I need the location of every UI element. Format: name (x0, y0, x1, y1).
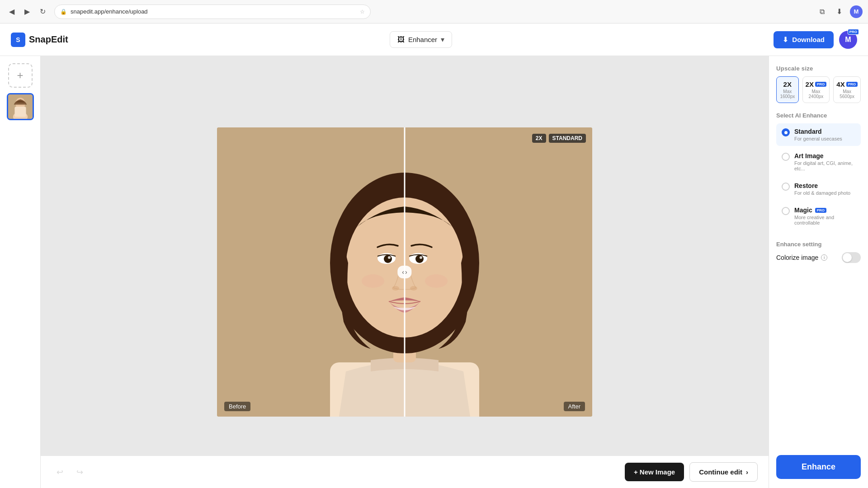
header-right: ⬇ Download M PRO (774, 31, 857, 49)
enhance-option-art[interactable]: Art Image For digital art, CGI, anime, e… (776, 148, 861, 176)
upscale-2x-pro-sub: Max 2400px (806, 89, 827, 99)
upscale-2x-pro[interactable]: 2X PRO Max 2400px (802, 76, 830, 103)
svg-point-18 (362, 274, 384, 288)
enhance-option-standard[interactable]: Standard For general usecases (776, 123, 861, 146)
download-icon: ⬇ (783, 36, 788, 44)
redo-icon: ↪ (76, 467, 83, 477)
back-button[interactable]: ◀ (5, 5, 18, 18)
upscale-2x-label: 2X (779, 80, 796, 88)
colorize-row: Colorize image i (776, 252, 861, 263)
svg-point-17 (410, 286, 417, 291)
thumbnail-image (8, 94, 33, 119)
browser-chrome: ◀ ▶ ↻ 🔒 snapedit.app/enhance/upload ☆ ⧉ … (0, 0, 868, 23)
left-sidebar: + (0, 56, 41, 488)
radio-standard (782, 128, 790, 136)
svg-point-12 (384, 255, 392, 263)
enhance-btn-wrapper: Enhance (776, 446, 861, 479)
upscale-options: 2X Max 1600px 2X PRO Max 2400px 4X PRO M… (776, 76, 861, 103)
bottom-toolbar: ↩ ↪ + New Image Continue edit › (41, 455, 769, 488)
image-badges: 2X STANDARD (532, 134, 586, 143)
radio-art (782, 153, 790, 161)
toggle-knob (843, 253, 852, 262)
enhance-setting-section: Enhance setting Colorize image i (776, 241, 861, 263)
app-logo[interactable]: S SnapEdit (11, 33, 68, 47)
upscale-title: Upscale size (776, 65, 861, 72)
enhance-standard-text: Standard For general usecases (794, 128, 842, 141)
label-before: Before (224, 402, 250, 411)
download-button[interactable]: ⬇ Download (774, 31, 834, 48)
browser-nav-buttons: ◀ ▶ ↻ (5, 5, 49, 18)
enhance-option-magic[interactable]: Magic PRO More creative and controllable (776, 202, 861, 230)
add-image-button[interactable]: + (8, 63, 33, 88)
colorize-toggle[interactable] (842, 252, 861, 263)
pro-badge: PRO (848, 29, 859, 35)
comparison-arrows[interactable]: ‹ › (397, 266, 411, 278)
logo-text: SnapEdit (29, 34, 68, 45)
svg-point-13 (415, 255, 424, 263)
continue-edit-label: Continue edit (699, 468, 742, 476)
enhance-art-desc: For digital art, CGI, anime, etc... (794, 160, 855, 171)
colorize-label: Colorize image i (776, 254, 827, 261)
colorize-label-text: Colorize image (776, 254, 818, 261)
new-image-label: + New Image (634, 468, 675, 476)
enhance-button[interactable]: Enhance (776, 455, 861, 479)
main-layout: + (0, 56, 868, 488)
enhance-magic-desc: More creative and controllable (794, 215, 855, 225)
svg-point-19 (425, 274, 448, 288)
header-center: 🖼 Enhancer ▾ (68, 31, 774, 48)
radio-inner (784, 131, 788, 134)
enhance-setting-title: Enhance setting (776, 241, 861, 248)
enhance-btn-label: Enhance (802, 462, 835, 471)
info-icon[interactable]: i (821, 254, 827, 261)
refresh-button[interactable]: ↻ (36, 5, 49, 18)
upscale-4x-pro[interactable]: 4X PRO Max 5600px (833, 76, 861, 103)
enhance-art-text: Art Image For digital art, CGI, anime, e… (794, 152, 855, 171)
ai-enhance-section: Select AI Enhance Standard For general u… (776, 112, 861, 232)
pro-tag: PRO (815, 82, 826, 87)
badge-2x: 2X (532, 134, 546, 143)
radio-restore (782, 183, 790, 191)
ai-enhance-title: Select AI Enhance (776, 112, 861, 119)
upscale-2x-pro-label: 2X PRO (806, 80, 827, 88)
app-header: S SnapEdit 🖼 Enhancer ▾ ⬇ Download M PRO (0, 23, 868, 56)
badge-standard: STANDARD (549, 134, 586, 143)
svg-point-15 (420, 256, 422, 259)
upscale-2x-sub: Max 1600px (779, 89, 796, 99)
enhance-magic-text: Magic PRO More creative and controllable (794, 206, 855, 225)
forward-button[interactable]: ▶ (21, 5, 33, 18)
redo-button[interactable]: ↪ (71, 464, 88, 480)
enhancer-dropdown[interactable]: 🖼 Enhancer ▾ (390, 31, 452, 48)
download-manager-button[interactable]: ⬇ (833, 5, 845, 18)
label-after: After (564, 402, 585, 411)
download-label: Download (792, 36, 825, 43)
chevron-down-icon: ▾ (441, 35, 444, 44)
pro-tag-4x: PRO (846, 82, 858, 87)
enhance-restore-desc: For old & damaged photo (794, 190, 850, 196)
continue-edit-arrow: › (746, 468, 748, 476)
undo-button[interactable]: ↩ (52, 464, 68, 480)
right-panel: Upscale size 2X Max 1600px 2X PRO Max 24… (769, 56, 868, 488)
radio-magic (782, 207, 790, 215)
address-bar[interactable]: 🔒 snapedit.app/enhance/upload ☆ (54, 5, 371, 19)
upscale-2x-standard[interactable]: 2X Max 1600px (776, 76, 799, 103)
thumbnail-item[interactable] (7, 93, 34, 120)
enhance-option-restore[interactable]: Restore For old & damaged photo (776, 178, 861, 200)
browser-profile[interactable]: M (850, 5, 863, 18)
enhance-restore-text: Restore For old & damaged photo (794, 182, 850, 196)
enhancer-label: Enhancer (408, 36, 437, 43)
undo-redo-group: ↩ ↪ (52, 464, 88, 480)
image-container: ‹ › 2X STANDARD Before After (217, 127, 592, 417)
arrow-right-icon: › (405, 268, 407, 276)
pro-tag-magic: PRO (815, 208, 826, 213)
svg-point-14 (388, 256, 391, 259)
enhance-standard-desc: For general usecases (794, 136, 842, 141)
svg-point-16 (392, 286, 399, 291)
undo-icon: ↩ (57, 467, 63, 477)
url-text: snapedit.app/enhance/upload (71, 8, 356, 15)
continue-edit-button[interactable]: Continue edit › (689, 462, 758, 482)
user-avatar[interactable]: M PRO (839, 31, 857, 49)
canvas-area: ‹ › 2X STANDARD Before After ↩ ↪ (41, 56, 769, 488)
new-image-button[interactable]: + New Image (625, 463, 684, 481)
svg-rect-3 (14, 107, 26, 117)
extensions-button[interactable]: ⧉ (816, 5, 828, 18)
